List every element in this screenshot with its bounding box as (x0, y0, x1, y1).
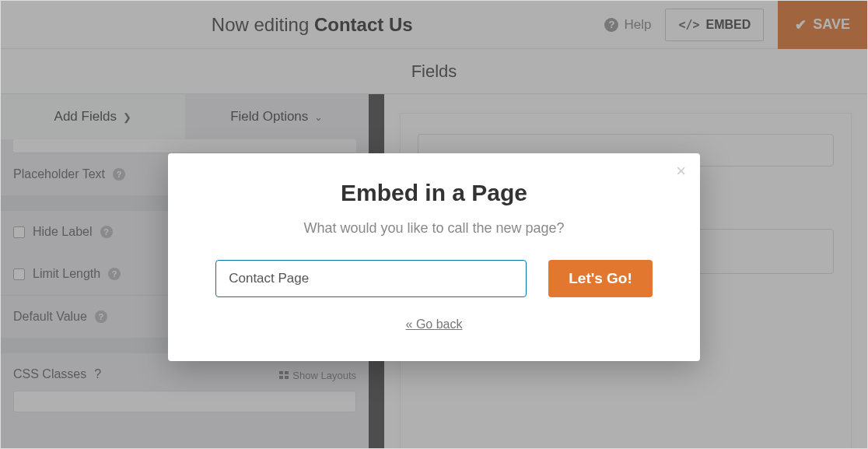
close-icon[interactable]: × (676, 163, 686, 180)
modal-title: Embed in a Page (199, 180, 669, 206)
lets-go-label: Let's Go! (569, 270, 632, 286)
go-back-label: « Go back (406, 317, 463, 331)
go-back-link[interactable]: « Go back (406, 317, 463, 331)
page-name-input[interactable] (215, 260, 527, 297)
embed-modal: × Embed in a Page What would you like to… (168, 153, 700, 361)
lets-go-button[interactable]: Let's Go! (548, 260, 653, 297)
modal-overlay: × Embed in a Page What would you like to… (1, 1, 867, 448)
modal-subtitle: What would you like to call the new page… (199, 220, 669, 237)
